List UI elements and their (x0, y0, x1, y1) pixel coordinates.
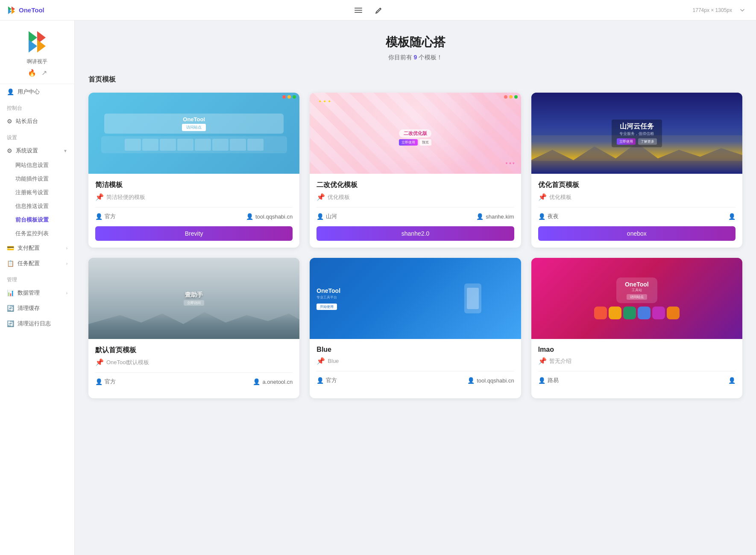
ctrl-red (282, 95, 286, 99)
template-card-3: 山河云任务 专业服务，值得信赖 立即使用 了解更多 优化首页模板 (531, 93, 742, 248)
template-btn-1[interactable]: Brevity (95, 226, 293, 241)
template-info-1: 简洁模板 📌 简洁轻便的模板 👤 官方 👤 tool.qqshabi.cn (88, 174, 299, 248)
simple-preview: OneTool 访问站点 (88, 93, 299, 174)
anime-title: 二改优化版 (399, 129, 431, 137)
user-meta-icon: 👤 (95, 213, 103, 220)
template-desc-text-2: 优化模板 (328, 193, 350, 201)
template-preview-3: 山河云任务 专业服务，值得信赖 立即使用 了解更多 (531, 93, 742, 174)
template-card-2: 二改优化版 立即使用 预览 ✦ ✦ ✦ ♥ ★ ♥ 二改优化模板 (310, 93, 521, 248)
app-logo: OneTool (7, 6, 44, 15)
user-meta-icon-5: 👤 (316, 377, 324, 384)
sidebar-item-task-monitor[interactable]: 任务监控列表 (0, 227, 74, 240)
template-meta-1: 👤 官方 👤 tool.qqshabi.cn (95, 213, 293, 220)
template-desc-text-5: Blue (328, 358, 339, 364)
template-desc-5: 📌 Blue (316, 357, 514, 365)
domain-text-2: shanhe.kim (486, 213, 514, 220)
clouds-bg: 壹助手 立即访问 (88, 258, 299, 339)
meta-author-6: 👤 路易 (538, 377, 559, 384)
ctrl-yellow (287, 95, 291, 99)
domain-text-1: tool.qqshabi.cn (255, 213, 293, 220)
simple-title: OneTool (107, 116, 281, 123)
sidebar-section-settings: 设置 ⚙ 系统设置 ▼ 网站信息设置 功能插件设置 注册账号设置 信息推送设置 … (0, 129, 74, 240)
sidebar-item-register[interactable]: 注册账号设置 (0, 186, 74, 199)
author-text-2: 山河 (326, 213, 337, 220)
meta-author-3: 👤 夜夜 (538, 213, 559, 220)
sidebar-item-payment[interactable]: 💳 支付配置 › (0, 240, 74, 256)
template-name-1: 简洁模板 (95, 181, 293, 190)
anime-bg: 二改优化版 立即使用 预览 (310, 93, 521, 174)
sidebar-item-site-info[interactable]: 网站信息设置 (0, 158, 74, 172)
template-info-6: lmao 📌 暂无介绍 👤 路易 👤 (531, 339, 742, 397)
template-btn-2[interactable]: shanhe2.0 (316, 226, 514, 241)
sidebar-item-log[interactable]: 🔄 清理运行日志 (0, 316, 74, 331)
blue-btns: 开始使用 (316, 302, 413, 310)
template-info-3: 优化首页模板 📌 优化模板 👤 夜夜 👤 onebox (531, 174, 742, 248)
blue-right (425, 283, 521, 313)
sidebar-item-data[interactable]: 📊 数据管理 › (0, 285, 74, 301)
mountain-preview: 山河云任务 专业服务，值得信赖 立即使用 了解更多 (531, 93, 742, 174)
preview-controls (282, 95, 296, 99)
sidebar-item-push[interactable]: 信息推送设置 (0, 199, 74, 213)
blue-title: OneTool (316, 287, 413, 294)
sidebar-label: 清理运行日志 (18, 320, 51, 327)
sidebar-label: 任务配置 (18, 260, 40, 267)
menu-icon[interactable] (352, 3, 365, 17)
topbar: OneTool 1774px × 1305px (0, 0, 756, 20)
mountain-main-title: 山河云任务 (617, 122, 657, 131)
sidebar-item-task-config[interactable]: 📋 任务配置 › (0, 256, 74, 271)
site-title: 啊讲视乎 (7, 58, 67, 65)
share-icon[interactable]: ↗ (41, 69, 47, 77)
mountain-sub-title: 专业服务，值得信赖 (617, 131, 657, 137)
flame-icon[interactable]: 🔥 (28, 69, 36, 77)
sidebar-item-cache[interactable]: 🔄 清理缓存 (0, 301, 74, 316)
domain-meta-icon-2: 👤 (476, 213, 483, 220)
sidebar-item-system-settings[interactable]: ⚙ 系统设置 ▼ (0, 143, 74, 158)
sidebar-item-user-center[interactable]: 👤 用户中心 (0, 84, 74, 99)
pink-btn: 访问站点 (627, 294, 647, 300)
template-card-6: OneTool 工具站 访问站点 (531, 258, 742, 398)
template-info-2: 二改优化模板 📌 优化模板 👤 山河 👤 shanhe.kim (310, 174, 521, 248)
site-logo (24, 29, 50, 55)
domain-meta-icon-3: 👤 (728, 213, 735, 220)
sidebar-label: 用户中心 (18, 88, 40, 96)
template-name-3: 优化首页模板 (538, 181, 735, 190)
icon-box (195, 139, 211, 151)
admin-icon: ⚙ (7, 118, 12, 125)
sidebar-section-manage: 管理 📊 数据管理 › 🔄 清理缓存 🔄 清理运行日志 (0, 271, 74, 331)
author-text-3: 夜夜 (548, 213, 559, 220)
pink-icons (542, 307, 732, 319)
template-desc-3: 📌 优化模板 (538, 193, 735, 201)
subtitle-suffix: 个模板！ (419, 54, 442, 61)
sidebar-item-template[interactable]: 前台模板设置 (0, 213, 74, 227)
template-desc-4: 📌 OneTool默认模板 (95, 358, 293, 366)
payment-icon: 💳 (7, 245, 14, 251)
template-desc-text-4: OneTool默认模板 (106, 359, 149, 366)
pink-icon-1 (594, 307, 607, 319)
simple-inner: OneTool 访问站点 (104, 114, 284, 134)
author-text-4: 官方 (105, 378, 116, 386)
desc-dot-4: 📌 (95, 358, 104, 366)
mountain-btns: 立即使用 了解更多 (617, 138, 657, 145)
section-title: 首页模板 (88, 75, 742, 84)
clouds-btn: 立即访问 (184, 300, 204, 306)
cache-icon: 🔄 (7, 305, 14, 312)
icon-box (177, 139, 193, 151)
edit-icon[interactable] (372, 3, 386, 17)
meta-domain-3: 👤 (728, 213, 735, 220)
desc-dot-6: 📌 (538, 357, 547, 365)
settings-icon: ⚙ (7, 147, 12, 154)
template-btn-3[interactable]: onebox (538, 226, 735, 241)
dropdown-icon[interactable] (735, 3, 749, 17)
svg-marker-9 (29, 40, 37, 53)
mountain-bg: 山河云任务 专业服务，值得信赖 立即使用 了解更多 (531, 93, 742, 174)
domain-text-4: a.onetool.cn (262, 379, 293, 385)
template-desc-1: 📌 简洁轻便的模板 (95, 193, 293, 201)
sidebar-item-admin[interactable]: ⚙ 站长后台 (0, 114, 74, 129)
domain-text-5: tool.qqshabi.cn (477, 377, 514, 384)
star-deco: ✦ ✦ ✦ (318, 99, 331, 104)
meta-author-4: 👤 官方 (95, 378, 116, 386)
template-name-4: 默认首页模板 (95, 346, 293, 355)
sidebar-item-plugin[interactable]: 功能插件设置 (0, 172, 74, 186)
task-icon: 📋 (7, 260, 14, 267)
template-desc-text-1: 简洁轻便的模板 (106, 193, 145, 201)
